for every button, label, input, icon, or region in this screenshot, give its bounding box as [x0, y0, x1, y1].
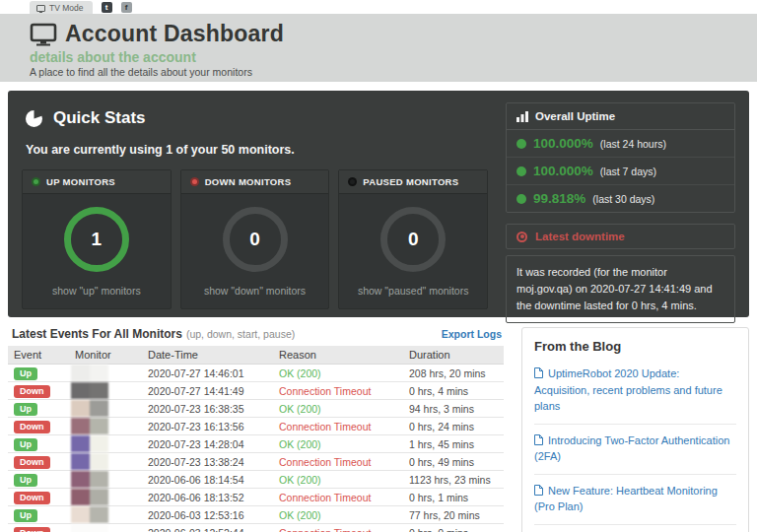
event-reason: OK (200): [279, 403, 321, 415]
column-header: Event: [8, 346, 69, 365]
monitor-card-label: DOWN MONITORS: [205, 176, 292, 187]
show-monitors-link[interactable]: show "paused" monitors: [345, 285, 481, 297]
monitor-card: PAUSED MONITORS 0 show "paused" monitors: [338, 169, 488, 309]
blog-post-title: UptimeRobot 2020 Update: Acquisition, re…: [534, 367, 723, 412]
event-reason: Connection Timeout: [279, 456, 371, 468]
uptime-row: 100.000% (last 7 days): [507, 158, 734, 185]
bar-chart-icon: [516, 111, 528, 122]
event-duration: 1 hrs, 45 mins: [403, 435, 504, 453]
pie-chart-icon: [26, 110, 42, 127]
show-monitors-link[interactable]: show "down" monitors: [187, 285, 323, 297]
document-icon: [534, 434, 543, 445]
monitor-count-ring: 0: [380, 207, 446, 272]
monitor-thumbnail: [71, 524, 108, 532]
facebook-icon[interactable]: f: [121, 2, 132, 13]
show-monitors-link[interactable]: show "up" monitors: [29, 285, 165, 297]
blog-post-title: Introducing Two-Factor Authentication (2…: [534, 434, 729, 463]
event-datetime: 2020-07-23 13:38:24: [142, 453, 273, 471]
uptime-period: (last 30 days): [592, 193, 654, 205]
overall-uptime-title: Overall Uptime: [535, 110, 615, 122]
event-status-badge[interactable]: Up: [14, 367, 37, 380]
event-status-badge[interactable]: Down: [14, 421, 50, 433]
event-datetime: 2020-06-06 18:14:54: [142, 471, 273, 489]
monitor-count: 1: [92, 229, 103, 250]
monitor-thumbnail: [71, 489, 108, 505]
event-datetime: 2020-06-06 18:13:52: [142, 489, 273, 506]
table-row: Up 2020-07-23 16:38:35 OK (200) 94 hrs, …: [8, 400, 504, 418]
uptime-period: (last 7 days): [600, 166, 656, 177]
monitor-thumbnail: [71, 382, 108, 399]
event-status-badge[interactable]: Up: [14, 474, 37, 487]
monitor-count-ring: 0: [223, 207, 288, 272]
twitter-icon[interactable]: t: [102, 2, 112, 13]
table-row: Down 2020-07-27 14:41:49 Connection Time…: [8, 382, 504, 400]
monitor-card: DOWN MONITORS 0 show "down" monitors: [180, 169, 330, 309]
uptime-value: 100.000%: [533, 164, 593, 178]
event-status-badge[interactable]: Down: [14, 527, 50, 532]
blog-post-link[interactable]: UptimeRobot 2020 Update: Acquisition, re…: [534, 358, 736, 425]
tv-mode-label: TV Mode: [49, 3, 84, 13]
events-table: EventMonitorDate-TimeReasonDuration Up 2…: [8, 346, 504, 532]
monitor-thumbnail: [71, 400, 108, 417]
blog-title: From the Blog: [534, 339, 736, 354]
event-status-badge[interactable]: Down: [14, 385, 50, 398]
blog-post-link[interactable]: Introducing Two-Factor Authentication (2…: [534, 425, 736, 475]
monitor-card-label: UP MONITORS: [46, 176, 115, 187]
event-reason: Connection Timeout: [279, 385, 371, 397]
document-icon: [534, 485, 543, 496]
column-header: Reason: [273, 346, 403, 365]
blog-post-link[interactable]: New Feature: Heartbeat Monitoring (Pro P…: [534, 475, 736, 525]
tv-mode-button[interactable]: TV Mode: [30, 1, 93, 14]
event-datetime: 2020-07-23 14:28:04: [142, 435, 273, 453]
uptime-status-dot-icon: [516, 139, 526, 149]
quick-stats-title: Quick Stats: [53, 108, 146, 128]
monitor-card: UP MONITORS 1 show "up" monitors: [22, 169, 172, 309]
export-logs-link[interactable]: Export Logs: [442, 328, 502, 340]
latest-events-section: Latest Events For All Monitors (up, down…: [8, 327, 504, 532]
latest-downtime-title: Latest downtime: [535, 231, 625, 242]
monitor-thumbnail: [71, 471, 108, 488]
page-header: Account Dashboard details about the acco…: [0, 14, 757, 82]
status-dot-icon: [348, 177, 357, 186]
page-description: A place to find all the details about yo…: [30, 66, 727, 78]
event-reason: OK (200): [279, 474, 321, 486]
event-status-badge[interactable]: Up: [14, 509, 37, 522]
event-duration: 208 hrs, 20 mins: [403, 365, 504, 382]
event-duration: 0 hrs, 4 mins: [403, 382, 504, 400]
events-title-suffix: (up, down, start, pause): [186, 328, 295, 340]
event-datetime: 2020-06-03 12:53:16: [142, 506, 273, 524]
overall-uptime-panel: Overall Uptime 100.000% (last 24 hours) …: [506, 102, 735, 213]
event-datetime: 2020-06-03 12:52:44: [142, 524, 273, 532]
quick-stats-panel: Quick Stats You are currently using 1 of…: [8, 91, 749, 317]
event-duration: 0 hrs, 24 mins: [403, 418, 504, 435]
event-reason: Connection Timeout: [279, 421, 371, 432]
event-datetime: 2020-07-23 16:13:56: [142, 418, 273, 435]
event-status-badge[interactable]: Down: [14, 492, 50, 504]
event-status-badge[interactable]: Up: [14, 438, 37, 451]
dashboard-monitor-icon: [30, 23, 57, 46]
table-row: Down 2020-07-23 16:13:56 Connection Time…: [8, 418, 504, 435]
monitor-cards: UP MONITORS 1 show "up" monitors DOWN MO…: [22, 169, 488, 309]
table-row: Down 2020-07-23 13:38:24 Connection Time…: [8, 453, 504, 471]
event-reason: Connection Timeout: [279, 492, 371, 503]
column-header: Duration: [403, 346, 504, 365]
event-status-badge[interactable]: Down: [14, 456, 50, 469]
events-title: Latest Events For All Monitors: [12, 327, 182, 341]
page-subtitle: details about the account: [30, 49, 727, 65]
monitor-thumbnail: [71, 418, 108, 434]
table-row: Down 2020-06-06 18:13:52 Connection Time…: [8, 489, 504, 506]
uptime-status-dot-icon: [516, 194, 526, 204]
event-status-badge[interactable]: Up: [14, 403, 37, 416]
event-datetime: 2020-07-27 14:41:49: [142, 382, 273, 400]
latest-downtime-header: Latest downtime: [506, 224, 735, 249]
monitor-usage-text: You are currently using 1 of your 50 mon…: [26, 143, 488, 157]
blog-panel: From the Blog UptimeRobot 2020 Update: A…: [521, 327, 749, 532]
event-datetime: 2020-07-27 14:46:01: [142, 365, 273, 382]
event-duration: 0 hrs, 1 mins: [403, 489, 504, 506]
uptime-period: (last 24 hours): [600, 138, 666, 150]
monitor-count: 0: [249, 229, 260, 250]
blog-post-link[interactable]: New Feature: Announcements for the Statu…: [534, 525, 736, 532]
table-row: Down 2020-06-03 12:52:44 Connection Time…: [8, 524, 504, 532]
uptime-value: 99.818%: [533, 191, 585, 206]
monitor-thumbnail: [71, 506, 108, 523]
